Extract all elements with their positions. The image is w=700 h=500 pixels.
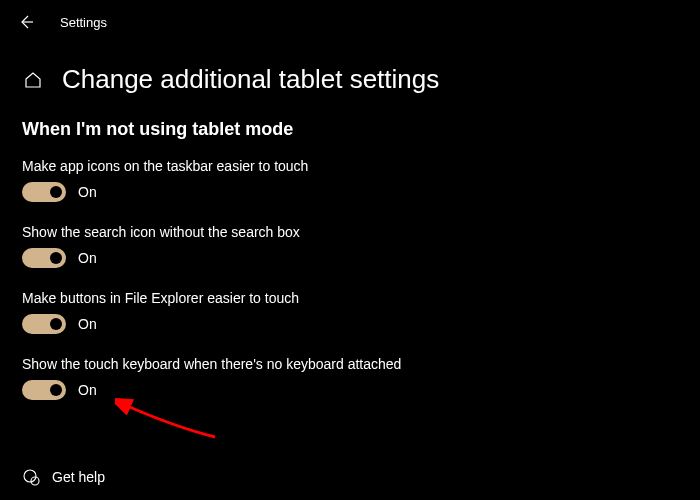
setting-label: Make buttons in File Explorer easier to … xyxy=(22,290,678,306)
toggle-row: On xyxy=(22,314,678,334)
title-bar: Settings xyxy=(0,0,700,44)
back-button[interactable] xyxy=(16,12,36,32)
setting-search-icon: Show the search icon without the search … xyxy=(22,224,678,268)
setting-label: Show the touch keyboard when there's no … xyxy=(22,356,678,372)
app-title: Settings xyxy=(60,15,107,30)
setting-file-explorer: Make buttons in File Explorer easier to … xyxy=(22,290,678,334)
setting-label: Show the search icon without the search … xyxy=(22,224,678,240)
setting-taskbar-icons: Make app icons on the taskbar easier to … xyxy=(22,158,678,202)
toggle-thumb xyxy=(50,186,62,198)
toggle-file-explorer[interactable] xyxy=(22,314,66,334)
arrow-left-icon xyxy=(18,14,34,30)
content-area: When I'm not using tablet mode Make app … xyxy=(0,105,700,400)
page-header: Change additional tablet settings xyxy=(0,44,700,105)
section-title: When I'm not using tablet mode xyxy=(22,119,678,140)
toggle-taskbar-icons[interactable] xyxy=(22,182,66,202)
toggle-state-label: On xyxy=(78,184,97,200)
home-button[interactable] xyxy=(22,69,44,91)
help-icon xyxy=(22,468,40,486)
toggle-state-label: On xyxy=(78,316,97,332)
page-title: Change additional tablet settings xyxy=(62,64,439,95)
toggle-search-icon[interactable] xyxy=(22,248,66,268)
toggle-thumb xyxy=(50,252,62,264)
home-icon xyxy=(23,70,43,90)
toggle-state-label: On xyxy=(78,250,97,266)
get-help-label: Get help xyxy=(52,469,105,485)
toggle-row: On xyxy=(22,380,678,400)
toggle-touch-keyboard[interactable] xyxy=(22,380,66,400)
svg-point-0 xyxy=(24,470,36,482)
toggle-row: On xyxy=(22,248,678,268)
setting-label: Make app icons on the taskbar easier to … xyxy=(22,158,678,174)
toggle-row: On xyxy=(22,182,678,202)
annotation-arrow-icon xyxy=(115,397,225,447)
setting-touch-keyboard: Show the touch keyboard when there's no … xyxy=(22,356,678,400)
toggle-thumb xyxy=(50,384,62,396)
get-help-link[interactable]: Get help xyxy=(22,468,105,486)
toggle-state-label: On xyxy=(78,382,97,398)
toggle-thumb xyxy=(50,318,62,330)
